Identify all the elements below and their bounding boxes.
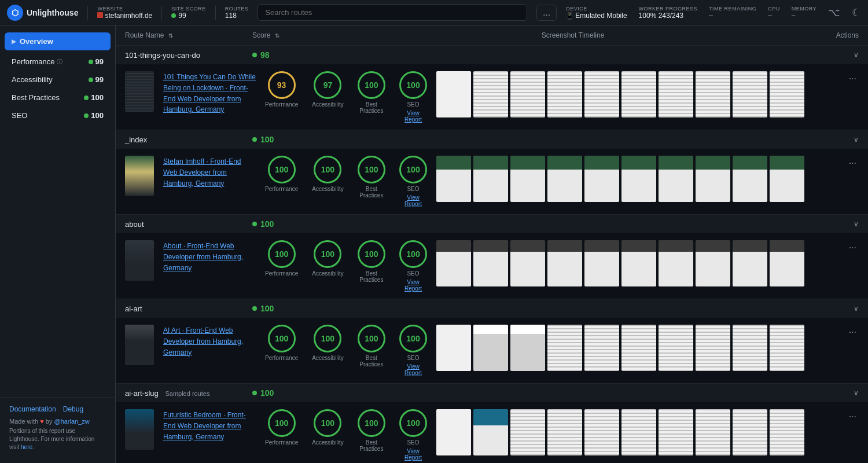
cpu-value: – — [768, 12, 780, 20]
route-page-title-ai-art-slug[interactable]: Futuristic Bedroom · Front-End Web Devel… — [163, 411, 246, 441]
col-route-name[interactable]: Route Name ⇅ — [125, 31, 252, 39]
view-report-ai-art[interactable]: View Report — [399, 363, 427, 376]
route-actions-index: ··· — [836, 156, 859, 171]
route-info-101: 101 Things You Can Do While Being on Loc… — [163, 71, 256, 115]
screenshot-thumb — [473, 409, 508, 455]
author-link[interactable]: @harlan_zw — [54, 418, 89, 425]
route-page-title-101[interactable]: 101 Things You Can Do While Being on Loc… — [163, 73, 256, 113]
screenshot-thumb — [547, 240, 582, 286]
route-header-index[interactable]: _index 100 ∨ — [116, 130, 868, 149]
more-options-button[interactable]: ... — [536, 5, 557, 21]
route-name-ai-art-slug: ai-art-slug Sampled routes — [125, 389, 252, 398]
scores-area-about: 100 Performance 100 Accessibility 100 Be… — [265, 240, 427, 292]
scores-area-101: 93 Performance 97 Accessibility 100 Best… — [265, 71, 427, 123]
route-detail-101: 101 Things You Can Do While Being on Loc… — [116, 64, 868, 130]
sidebar-item-accessibility[interactable]: Accessibility 99 — [0, 71, 115, 89]
screenshot-thumb — [584, 156, 619, 202]
table-header: Route Name ⇅ Score ⇅ Screenshot Timeline… — [116, 25, 868, 46]
view-report-index[interactable]: View Report — [399, 194, 427, 207]
search-input[interactable] — [258, 4, 527, 21]
screenshot-thumb — [547, 325, 582, 371]
header-divider — [87, 6, 88, 20]
route-header-about[interactable]: about 100 ∨ — [116, 215, 868, 233]
route-thumbnail-ai-art — [125, 325, 154, 365]
sidebar-item-performance[interactable]: Performance ⓘ 99 — [0, 53, 115, 71]
route-chevron-ai-art: ∨ — [854, 304, 859, 313]
route-header-ai-art[interactable]: ai-art 100 ∨ — [116, 299, 868, 318]
here-link[interactable]: here. — [21, 444, 34, 450]
route-section-ai-art-slug: ai-art-slug Sampled routes 100 ∨ Futuris… — [116, 384, 868, 463]
screenshot-thumb — [510, 325, 545, 371]
view-report-ai-art-slug[interactable]: View Report — [399, 448, 427, 461]
device-value: 📱Emulated Mobile — [566, 12, 627, 20]
screenshot-thumb — [547, 409, 582, 455]
route-info-index: Stefan Imhoff · Front-End Web Developer … — [163, 156, 256, 188]
cpu-info: CPU – — [768, 6, 780, 20]
route-header-101[interactable]: 101-things-you-can-do 98 ∨ — [116, 46, 868, 64]
debug-link[interactable]: Debug — [63, 405, 83, 413]
route-more-button-index[interactable]: ··· — [847, 156, 859, 171]
routes-label: ROUTES — [225, 6, 249, 12]
screenshot-thumb — [547, 71, 582, 117]
website-label: WEBSITE — [97, 6, 152, 12]
screenshot-thumb — [696, 240, 730, 286]
time-label: TIME REMAINING — [709, 6, 756, 12]
route-info-about: About · Front-End Web Developer from Ham… — [163, 240, 256, 273]
app-name: Unlighthouse — [27, 8, 78, 17]
perf-score-101: 93 Performance — [265, 71, 298, 108]
route-detail-ai-art-slug: Futuristic Bedroom · Front-End Web Devel… — [116, 402, 868, 463]
accessibility-score-dot — [89, 78, 93, 82]
content-area: Route Name ⇅ Score ⇅ Screenshot Timeline… — [116, 25, 868, 463]
route-more-button-ai-art-slug[interactable]: ··· — [847, 409, 859, 424]
route-detail-index: Stefan Imhoff · Front-End Web Developer … — [116, 149, 868, 214]
screenshot-thumb — [584, 71, 619, 117]
route-chevron-ai-art-slug: ∨ — [854, 389, 859, 397]
route-name-index: _index — [125, 135, 252, 144]
route-score-ai-art-slug: 100 — [252, 388, 333, 398]
screenshot-thumb — [733, 71, 767, 117]
best-practices-score-dot — [84, 95, 89, 100]
screenshot-thumb — [473, 325, 508, 371]
route-more-button-ai-art[interactable]: ··· — [847, 325, 859, 340]
dark-mode-icon[interactable]: ☾ — [852, 6, 861, 19]
memory-value: – — [792, 12, 816, 20]
route-page-title-ai-art[interactable]: AI Art · Front-End Web Developer from Ha… — [163, 326, 243, 357]
seo-score-101: 100 SEO View Report — [399, 71, 427, 123]
screenshot-thumb — [473, 240, 508, 286]
route-section-ai-art: ai-art 100 ∨ AI Art · Front-End Web Deve… — [116, 299, 868, 384]
screenshot-thumb — [436, 156, 471, 202]
screenshot-thumb — [733, 409, 767, 455]
route-page-title-about[interactable]: About · Front-End Web Developer from Ham… — [163, 242, 243, 272]
scores-area-ai-art-slug: 100 Performance 100 Accessibility 100 Be… — [265, 409, 427, 461]
screenshot-thumb — [733, 156, 767, 202]
github-icon[interactable]: ⌥ — [828, 6, 840, 19]
documentation-link[interactable]: Documentation — [9, 405, 56, 413]
route-header-ai-art-slug[interactable]: ai-art-slug Sampled routes 100 ∨ — [116, 384, 868, 402]
cpu-label: CPU — [768, 6, 780, 12]
col-score[interactable]: Score ⇅ — [252, 31, 333, 39]
site-score-label: SITE SCORE — [171, 6, 206, 12]
screenshot-thumb — [659, 71, 693, 117]
sidebar-item-seo[interactable]: SEO 100 — [0, 106, 115, 124]
route-page-title-index[interactable]: Stefan Imhoff · Front-End Web Developer … — [163, 157, 241, 188]
screenshots-about — [436, 240, 826, 286]
view-report-about[interactable]: View Report — [399, 279, 427, 292]
sidebar-item-overview[interactable]: Overview — [5, 32, 111, 50]
routes-value: 118 — [225, 12, 249, 20]
site-score-value: 99 — [171, 12, 206, 20]
scores-area-ai-art: 100 Performance 100 Accessibility 100 Be… — [265, 325, 427, 376]
screenshot-thumb — [696, 409, 730, 455]
screenshot-thumb — [473, 71, 508, 117]
route-more-button-about[interactable]: ··· — [847, 240, 859, 255]
route-more-button-101[interactable]: ··· — [847, 71, 859, 86]
device-info: DEVICE 📱Emulated Mobile — [566, 6, 627, 20]
time-info: TIME REMAINING – — [709, 6, 756, 20]
route-chevron-101: ∨ — [854, 51, 859, 59]
screenshot-thumb — [770, 409, 804, 455]
view-report-101[interactable]: View Report — [399, 110, 427, 123]
route-score-ai-art: 100 — [252, 304, 333, 313]
route-name-ai-art: ai-art — [125, 304, 252, 313]
header: ⬡ Unlighthouse WEBSITE stefanimhoff.de S… — [0, 0, 868, 25]
sidebar-item-best-practices[interactable]: Best Practices 100 — [0, 89, 115, 106]
screenshot-thumb — [584, 240, 619, 286]
